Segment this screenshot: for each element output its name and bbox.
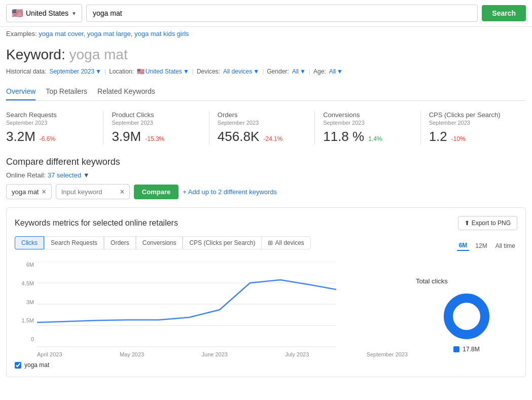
chevron-down-icon-dev: ▼	[253, 68, 259, 75]
time-btn-all[interactable]: All time	[493, 241, 517, 250]
us-flag-icon: 🇺🇸	[12, 8, 23, 19]
metric-orders-period: September 2023	[218, 120, 306, 126]
gender-filter[interactable]: All ▼	[292, 68, 306, 75]
export-label: Export to PNG	[472, 220, 511, 227]
compare-button[interactable]: Compare	[134, 185, 179, 199]
chart-tab-device[interactable]: ⊞ All devices	[261, 236, 310, 249]
compare-inputs-row: yoga mat × × Compare + Add up to 2 diffe…	[6, 184, 526, 199]
devices-filter[interactable]: All devices ▼	[223, 68, 259, 75]
compare-keyword-tag: yoga mat ×	[6, 184, 52, 199]
search-input[interactable]	[86, 5, 478, 22]
tab-related-keywords[interactable]: Related Keywords	[97, 83, 155, 100]
total-clicks-label: Total clicks	[416, 277, 448, 285]
age-value: All	[329, 68, 336, 75]
chart-tab-clicks[interactable]: Clicks	[15, 236, 44, 249]
historical-label: Historical data:	[6, 68, 46, 75]
tab-overview[interactable]: Overview	[6, 83, 36, 100]
metric-cps: CPS (Clicks per Search) September 2023 1…	[421, 111, 526, 144]
chart-tab-cps[interactable]: CPS (Clicks per Search)	[183, 236, 262, 249]
tab-top-retailers[interactable]: Top Retailers	[46, 83, 87, 100]
gender-label: Gender:	[267, 68, 289, 75]
metric-conversions-value: 11.8 %	[323, 129, 364, 144]
chart-tabs-row: Clicks Search Requests Orders Conversion…	[15, 236, 517, 256]
examples-bar: Examples: yoga mat cover, yoga mat large…	[0, 27, 532, 41]
chevron-down-icon-age: ▼	[337, 68, 343, 75]
age-filter[interactable]: All ▼	[329, 68, 343, 75]
y-label-45m: 4.5M	[15, 280, 34, 286]
x-label-april: April 2023	[37, 351, 62, 357]
device-label: All devices	[275, 239, 304, 246]
example-link-2[interactable]: yoga mat large	[87, 30, 131, 38]
export-icon: ⬆	[465, 220, 470, 227]
location-value: United States	[146, 68, 182, 75]
x-label-sep: September 2023	[367, 351, 408, 357]
y-label-15m: 1.5M	[15, 317, 34, 323]
us-flag-small-icon: 🇺🇸	[137, 68, 145, 75]
example-link-1[interactable]: yoga mat cover	[39, 30, 83, 38]
chart-right-panel: Total clicks 17.8M	[416, 262, 517, 369]
keyword-term: yoga mat	[69, 47, 128, 62]
metric-orders-change: -24.1%	[263, 135, 282, 142]
yoga-mat-checkbox[interactable]	[15, 362, 21, 369]
historical-filter[interactable]: September 2023 ▼	[49, 68, 101, 75]
time-btn-12m[interactable]: 12M	[473, 241, 489, 250]
compare-keyword-input[interactable]	[61, 188, 117, 196]
devices-label: Devices:	[197, 68, 220, 75]
location-label: Location:	[109, 68, 134, 75]
compare-keyword-value: yoga mat	[12, 188, 39, 196]
chart-tab-conversions[interactable]: Conversions	[136, 236, 183, 249]
country-selector[interactable]: 🇺🇸 United States ▼	[6, 4, 82, 22]
chevron-down-icon-ret: ▼	[83, 171, 90, 179]
chart-svg-wrapper	[37, 262, 408, 349]
chart-svg-container: 6M 4.5M 3M 1.5M 0	[15, 262, 408, 357]
filter-sep-2: |	[192, 68, 194, 75]
metric-search-requests: Search Requests September 2023 3.2M -6.6…	[6, 111, 103, 144]
compare-title: Compare different keywords	[6, 157, 526, 167]
filter-sep-3: |	[262, 68, 264, 75]
search-button[interactable]: Search	[482, 5, 526, 21]
chevron-down-icon: ▼	[72, 11, 77, 16]
filter-sep-1: |	[104, 68, 106, 75]
x-label-june: June 2023	[202, 351, 228, 357]
metric-conversions: Conversions September 2023 11.8 % 1.4%	[315, 111, 420, 144]
metric-conversions-period: September 2023	[323, 120, 412, 126]
metric-conversions-change: 1.4%	[368, 135, 382, 142]
chart-tab-orders[interactable]: Orders	[104, 236, 136, 249]
age-label: Age:	[313, 68, 326, 75]
chart-metric-tabs: Clicks Search Requests Orders Conversion…	[15, 236, 311, 249]
historical-value: September 2023	[49, 68, 94, 75]
add-keywords-link[interactable]: + Add up to 2 different keywords	[183, 188, 277, 196]
device-icon: ⊞	[268, 239, 273, 246]
y-axis-labels: 6M 4.5M 3M 1.5M 0	[15, 262, 34, 342]
y-label-3m: 3M	[15, 299, 34, 305]
x-axis-labels: April 2023 May 2023 June 2023 July 2023 …	[37, 351, 408, 357]
remove-input-icon[interactable]: ×	[120, 188, 124, 196]
filter-sep-4: |	[309, 68, 310, 75]
metric-product-clicks-period: September 2023	[112, 120, 200, 126]
donut-legend: 17.8M	[453, 346, 479, 353]
chart-tab-search-requests[interactable]: Search Requests	[44, 236, 104, 249]
compare-subtitle-prefix: Online Retail:	[6, 171, 46, 179]
chart-svg	[37, 262, 336, 348]
example-link-3[interactable]: yoga mat kids girls	[134, 30, 189, 38]
gender-value: All	[292, 68, 299, 75]
chart-card: Keywords metrics for selected online ret…	[6, 207, 526, 377]
examples-label: Examples:	[6, 30, 37, 38]
donut-chart	[441, 291, 492, 342]
chart-title: Keywords metrics for selected online ret…	[15, 219, 178, 228]
header: 🇺🇸 United States ▼ Search	[0, 0, 532, 27]
chart-body: 6M 4.5M 3M 1.5M 0	[15, 262, 517, 369]
donut-svg	[441, 291, 492, 342]
time-btn-6m[interactable]: 6M	[457, 241, 470, 251]
compare-section: Compare different keywords Online Retail…	[6, 157, 526, 199]
retailers-link[interactable]: 37 selected	[48, 171, 82, 179]
location-filter[interactable]: 🇺🇸 United States ▼	[137, 68, 189, 75]
export-button[interactable]: ⬆ Export to PNG	[458, 216, 517, 230]
metric-search-requests-title: Search Requests	[6, 111, 95, 119]
metric-orders-value: 456.8K	[218, 129, 259, 144]
keyword-title: Keyword: yoga mat	[6, 47, 526, 63]
checkbox-label: yoga mat	[24, 361, 49, 369]
keyword-prefix: Keyword:	[6, 47, 65, 62]
remove-keyword-icon[interactable]: ×	[42, 188, 46, 196]
metric-cps-change: -10%	[451, 135, 466, 142]
